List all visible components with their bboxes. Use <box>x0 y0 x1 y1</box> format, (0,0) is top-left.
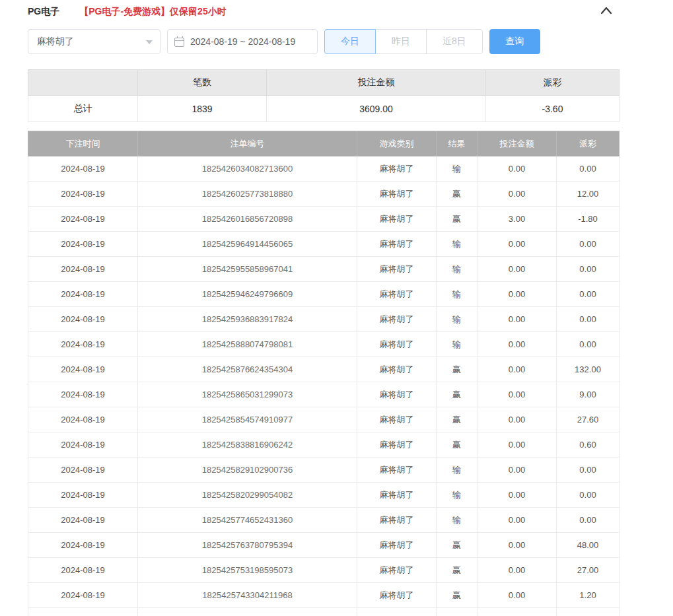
col-header-game-type: 游戏类别 <box>357 131 437 156</box>
table-row: 2024-08-19 1825425854574910977 麻将胡了 赢 0.… <box>28 407 620 432</box>
cell-payout: 0.00 <box>557 458 620 483</box>
cell-game-type: 麻将胡了 <box>357 332 437 357</box>
search-button[interactable]: 查询 <box>489 29 540 54</box>
cell-order-id: 1825425838816906242 <box>138 432 357 458</box>
cell-order-id: 1825425936883917824 <box>138 307 357 332</box>
game-select[interactable]: 麻将胡了 <box>28 29 160 54</box>
cell-order-id: 1825425888074798081 <box>138 332 357 357</box>
cell-order-id: 1825425753198595073 <box>138 558 357 583</box>
cell-payout: 0.00 <box>557 508 620 533</box>
filter-bar: 麻将胡了 2024-08-19 ~ 2024-08-19 今日 昨日 近8日 查… <box>28 29 619 54</box>
cell-game-type: 麻将胡了 <box>357 533 437 558</box>
cell-game-type: 麻将胡了 <box>357 382 437 407</box>
cell-payout: 0.00 <box>557 257 620 282</box>
cell-bet-amount: 0.00 <box>478 156 557 182</box>
date-range-input[interactable]: 2024-08-19 ~ 2024-08-19 <box>167 29 318 54</box>
top-bar: PG电子 【PG电子-免费游戏】仅保留25小时 <box>28 4 619 20</box>
col-header-result: 结果 <box>437 131 478 156</box>
cell-bet-amount: 0.00 <box>478 382 557 407</box>
cell-bet-time: 2024-08-19 <box>28 558 138 583</box>
cell-bet-amount: 0.00 <box>478 182 557 207</box>
table-row: 2024-08-19 1825425829102900736 麻将胡了 输 0.… <box>28 458 620 483</box>
yesterday-button[interactable]: 昨日 <box>375 29 427 54</box>
table-row: 2024-08-19 1825425936883917824 麻将胡了 输 0.… <box>28 307 620 332</box>
cell-bet-time: 2024-08-19 <box>28 182 138 207</box>
cell-order-id: 1825425854574910977 <box>138 407 357 432</box>
col-header-order-id: 注单编号 <box>138 131 357 156</box>
cell-result: 输 <box>437 307 478 332</box>
cell-payout: 0.00 <box>557 483 620 508</box>
cell-order-id: 1825425737487499232 <box>138 608 357 616</box>
cell-order-id: 1825425955858967041 <box>138 257 357 282</box>
records-body: 2024-08-19 1825426034082713600 麻将胡了 输 0.… <box>28 156 620 616</box>
cell-bet-time: 2024-08-19 <box>28 382 138 407</box>
cell-game-type: 麻将胡了 <box>357 558 437 583</box>
cell-result: 赢 <box>437 583 478 608</box>
cell-result: 赢 <box>437 432 478 458</box>
cell-bet-time: 2024-08-19 <box>28 533 138 558</box>
cell-bet-time: 2024-08-19 <box>28 357 138 382</box>
cell-payout: 48.00 <box>557 533 620 558</box>
summary-bet-value: 3609.00 <box>267 96 486 122</box>
summary-total-row: 总计 1839 3609.00 -3.60 <box>28 96 620 122</box>
cell-order-id: 1825425829102900736 <box>138 458 357 483</box>
cell-bet-time: 2024-08-19 <box>28 257 138 282</box>
collapse-button[interactable] <box>599 4 614 17</box>
cell-bet-time: 2024-08-19 <box>28 282 138 307</box>
table-row: 2024-08-19 1825425838816906242 麻将胡了 赢 0.… <box>28 432 620 458</box>
cell-game-type: 麻将胡了 <box>357 282 437 307</box>
summary-header-count: 笔数 <box>138 70 267 96</box>
cell-payout: -1.80 <box>557 207 620 232</box>
quick-date-button-group: 今日 昨日 近8日 <box>324 29 483 54</box>
table-row: 2024-08-19 1825425753198595073 麻将胡了 赢 0.… <box>28 558 620 583</box>
cell-payout: 0.00 <box>557 307 620 332</box>
today-button[interactable]: 今日 <box>324 29 376 54</box>
cell-bet-amount: 0.00 <box>478 282 557 307</box>
cell-order-id: 1825425964914456065 <box>138 232 357 257</box>
table-row: 2024-08-19 1825425763780795394 麻将胡了 赢 0.… <box>28 533 620 558</box>
cell-payout: 0.00 <box>557 232 620 257</box>
table-row: 2024-08-19 1825425865031299073 麻将胡了 赢 0.… <box>28 382 620 407</box>
cell-result: 输 <box>437 282 478 307</box>
last-8-days-button[interactable]: 近8日 <box>426 29 483 54</box>
cell-result: 输 <box>437 232 478 257</box>
table-row: 2024-08-19 1825426025773818880 麻将胡了 赢 0.… <box>28 182 620 207</box>
cell-bet-amount: 0.00 <box>478 257 557 282</box>
cell-bet-amount: 0.00 <box>478 432 557 458</box>
cell-payout: 1.20 <box>557 583 620 608</box>
cell-payout: 0.00 <box>557 332 620 357</box>
cell-game-type: 麻将胡了 <box>357 458 437 483</box>
cell-game-type: 麻将胡了 <box>357 307 437 332</box>
cell-result: 赢 <box>437 608 478 616</box>
cell-bet-time: 2024-08-19 <box>28 232 138 257</box>
cell-order-id: 1825425876624354304 <box>138 357 357 382</box>
date-range-value: 2024-08-19 ~ 2024-08-19 <box>190 36 295 47</box>
records-table: 下注时间 注单编号 游戏类别 结果 投注金额 派彩 2024-08-19 182… <box>28 131 620 616</box>
cell-result: 输 <box>437 156 478 182</box>
summary-header-bet: 投注金额 <box>267 70 486 96</box>
cell-result: 赢 <box>437 533 478 558</box>
table-row: 2024-08-19 1825426034082713600 麻将胡了 输 0.… <box>28 156 620 182</box>
cell-bet-time: 2024-08-19 <box>28 332 138 357</box>
cell-bet-amount: 0.00 <box>478 407 557 432</box>
cell-result: 赢 <box>437 558 478 583</box>
table-row: 2024-08-19 1825426016856720898 麻将胡了 赢 3.… <box>28 207 620 232</box>
cell-bet-time: 2024-08-19 <box>28 608 138 616</box>
chevron-down-icon <box>146 40 153 44</box>
cell-bet-amount: 0.00 <box>478 608 557 616</box>
cell-order-id: 1825425774652431360 <box>138 508 357 533</box>
cell-result: 赢 <box>437 382 478 407</box>
cell-bet-amount: 0.00 <box>478 357 557 382</box>
cell-game-type: 麻将胡了 <box>357 407 437 432</box>
cell-bet-amount: 0.00 <box>478 508 557 533</box>
cell-order-id: 1825425820299054082 <box>138 483 357 508</box>
cell-result: 赢 <box>437 182 478 207</box>
cell-bet-amount: 0.00 <box>478 483 557 508</box>
cell-game-type: 麻将胡了 <box>357 207 437 232</box>
cell-game-type: 麻将胡了 <box>357 182 437 207</box>
cell-payout: 0.60 <box>557 432 620 458</box>
table-row: 2024-08-19 1825425743304211968 麻将胡了 赢 0.… <box>28 583 620 608</box>
cell-bet-amount: 0.00 <box>478 583 557 608</box>
cell-game-type: 麻将胡了 <box>357 357 437 382</box>
game-select-value: 麻将胡了 <box>37 36 74 48</box>
